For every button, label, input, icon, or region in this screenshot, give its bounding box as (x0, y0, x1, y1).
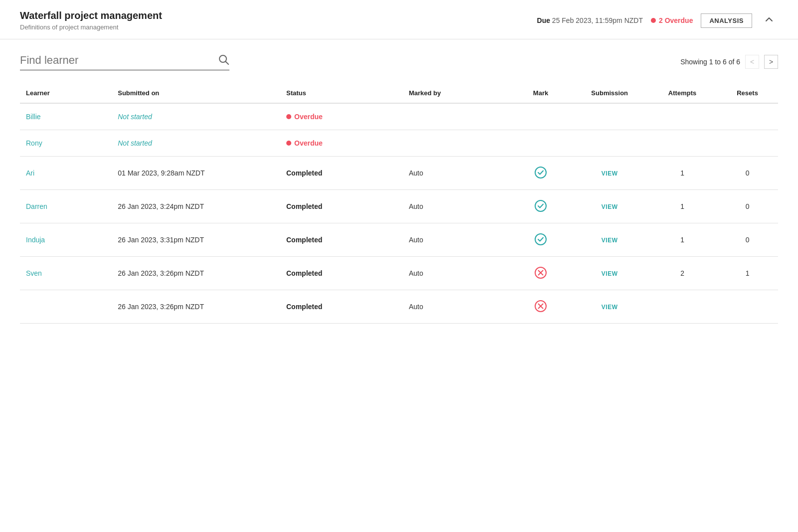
table-row: Ari01 Mar 2023, 9:28am NZDTCompletedAuto… (20, 157, 778, 190)
view-submission-link[interactable]: VIEW (601, 304, 618, 311)
table-row: RonyNot startedOverdue (20, 130, 778, 157)
status-overdue-badge: Overdue (286, 139, 397, 147)
overdue-status-dot (286, 141, 291, 146)
submitted-on-cell: 26 Jan 2023, 3:26pm NZDT (112, 257, 280, 290)
pagination-controls: Showing 1 to 6 of 6 < > (680, 55, 778, 69)
resets-cell (717, 290, 778, 324)
attempts-cell: 1 (648, 157, 717, 190)
not-started-label: Not started (118, 139, 152, 147)
not-started-label: Not started (118, 113, 152, 121)
submitted-on-cell: 01 Mar 2023, 9:28am NZDT (112, 157, 280, 190)
mark-check-icon (534, 199, 548, 213)
col-header-status: Status (280, 84, 403, 103)
search-input-wrapper (20, 53, 229, 70)
learner-name-link[interactable]: Induja (26, 236, 45, 244)
page-title: Waterfall project management (20, 10, 162, 21)
search-bar: Showing 1 to 6 of 6 < > (20, 53, 778, 70)
mark-cell (510, 157, 572, 190)
status-cell: Overdue (280, 103, 403, 130)
resets-cell: 0 (717, 190, 778, 223)
marked-by-cell: Auto (403, 190, 510, 223)
table-row: Induja26 Jan 2023, 3:31pm NZDTCompletedA… (20, 223, 778, 257)
svg-point-2 (535, 167, 546, 178)
header-actions: Due 25 Feb 2023, 11:59pm NZDT 2 Overdue … (537, 12, 778, 29)
learner-name-link[interactable]: Billie (26, 113, 41, 121)
col-header-attempts: Attempts (648, 84, 717, 103)
overdue-status-dot (286, 114, 291, 119)
submission-cell: VIEW (571, 157, 648, 190)
chevron-up-icon (764, 14, 774, 24)
submission-cell: VIEW (571, 190, 648, 223)
col-header-resets: Resets (717, 84, 778, 103)
mark-cell (510, 223, 572, 257)
due-date-value: 25 Feb 2023, 11:59pm NZDT (552, 16, 643, 24)
pagination-prev-button[interactable]: < (745, 55, 759, 69)
page-subtitle: Definitions of project management (20, 23, 162, 31)
col-header-learner: Learner (20, 84, 112, 103)
view-submission-link[interactable]: VIEW (601, 203, 618, 210)
search-input[interactable] (20, 54, 211, 67)
status-completed-label: Completed (286, 269, 322, 277)
marked-by-cell: Auto (403, 223, 510, 257)
submission-cell: VIEW (571, 257, 648, 290)
collapse-button[interactable] (760, 12, 778, 29)
learners-table: Learner Submitted on Status Marked by Ma… (20, 84, 778, 324)
header-title-block: Waterfall project management Definitions… (20, 10, 162, 31)
col-header-submitted: Submitted on (112, 84, 280, 103)
resets-cell: 1 (717, 257, 778, 290)
submission-cell: VIEW (571, 290, 648, 324)
mark-cell (510, 257, 572, 290)
submitted-on-cell: 26 Jan 2023, 3:26pm NZDT (112, 290, 280, 324)
svg-line-1 (226, 62, 229, 65)
view-submission-link[interactable]: VIEW (601, 170, 618, 177)
marked-by-cell (403, 130, 510, 157)
attempts-cell (648, 103, 717, 130)
attempts-cell: 2 (648, 257, 717, 290)
chevron-left-icon: < (750, 58, 754, 66)
main-content: Showing 1 to 6 of 6 < > Learner Submitte… (0, 39, 798, 338)
marked-by-cell (403, 103, 510, 130)
learner-name-link[interactable]: Darren (26, 202, 47, 210)
due-date-label: Due 25 Feb 2023, 11:59pm NZDT (537, 16, 643, 24)
chevron-right-icon: > (769, 58, 773, 66)
mark-check-icon (534, 232, 548, 246)
view-submission-link[interactable]: VIEW (601, 270, 618, 277)
resets-cell: 0 (717, 157, 778, 190)
table-row: 26 Jan 2023, 3:26pm NZDTCompletedAuto VI… (20, 290, 778, 324)
view-submission-link[interactable]: VIEW (601, 237, 618, 244)
status-cell: Completed (280, 223, 403, 257)
col-header-markedby: Marked by (403, 84, 510, 103)
overdue-count: 2 Overdue (659, 16, 693, 24)
mark-cross-icon (534, 266, 548, 280)
analysis-button[interactable]: ANALYSIS (701, 13, 752, 28)
learner-name-link[interactable]: Sven (26, 269, 42, 277)
pagination-next-button[interactable]: > (764, 55, 778, 69)
attempts-cell: 1 (648, 223, 717, 257)
resets-cell (717, 130, 778, 157)
resets-cell (717, 103, 778, 130)
submitted-on-cell: 26 Jan 2023, 3:24pm NZDT (112, 190, 280, 223)
mark-cross-icon (534, 299, 548, 313)
status-cell: Completed (280, 257, 403, 290)
submitted-on-cell: 26 Jan 2023, 3:31pm NZDT (112, 223, 280, 257)
pagination-text: Showing 1 to 6 of 6 (680, 58, 740, 66)
marked-by-cell: Auto (403, 257, 510, 290)
attempts-cell (648, 290, 717, 324)
col-header-submission: Submission (571, 84, 648, 103)
learner-name-link[interactable]: Rony (26, 139, 42, 147)
marked-by-cell: Auto (403, 290, 510, 324)
svg-point-3 (535, 200, 546, 211)
overdue-badge: 2 Overdue (651, 16, 693, 24)
status-completed-label: Completed (286, 303, 322, 311)
status-completed-label: Completed (286, 169, 322, 177)
mark-cell (510, 190, 572, 223)
status-overdue-badge: Overdue (286, 113, 397, 121)
table-body: BillieNot startedOverdueRonyNot startedO… (20, 103, 778, 324)
learner-name-link[interactable]: Ari (26, 169, 34, 177)
submitted-on-cell: Not started (112, 130, 280, 157)
mark-cell (510, 103, 572, 130)
search-icon (217, 53, 229, 67)
svg-point-4 (535, 234, 546, 245)
table-row: BillieNot startedOverdue (20, 103, 778, 130)
status-completed-label: Completed (286, 236, 322, 244)
